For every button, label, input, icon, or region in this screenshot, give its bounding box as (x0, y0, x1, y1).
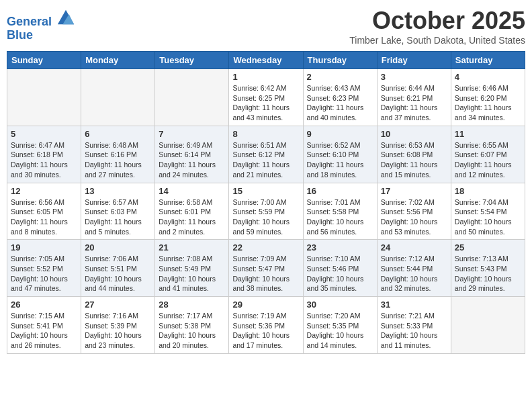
day-info: Sunrise: 7:02 AMSunset: 5:56 PMDaylight:… (381, 197, 447, 237)
day-info: Sunrise: 7:00 AMSunset: 5:59 PMDaylight:… (232, 197, 299, 237)
weekday-header-saturday: Saturday (451, 52, 525, 69)
weekday-header-monday: Monday (81, 52, 155, 69)
day-number: 24 (381, 242, 447, 253)
day-number: 25 (455, 242, 521, 253)
day-info: Sunrise: 7:17 AMSunset: 5:38 PMDaylight:… (159, 311, 225, 351)
calendar-cell: 7Sunrise: 6:49 AMSunset: 6:14 PMDaylight… (155, 126, 229, 183)
calendar-cell: 5Sunrise: 6:47 AMSunset: 6:18 PMDaylight… (7, 126, 81, 183)
page-header: General Blue October 2025 Timber Lake, S… (7, 7, 525, 46)
day-number: 27 (85, 300, 151, 310)
calendar-week-1: 1Sunrise: 6:42 AMSunset: 6:25 PMDaylight… (7, 69, 525, 126)
day-info: Sunrise: 6:43 AMSunset: 6:23 PMDaylight:… (307, 83, 373, 123)
calendar-cell: 10Sunrise: 6:53 AMSunset: 6:08 PMDayligh… (377, 126, 451, 183)
weekday-header-sunday: Sunday (7, 52, 81, 69)
calendar-week-4: 19Sunrise: 7:05 AMSunset: 5:52 PMDayligh… (7, 240, 525, 297)
calendar-cell (155, 69, 229, 126)
calendar-cell: 8Sunrise: 6:51 AMSunset: 6:12 PMDaylight… (229, 126, 303, 183)
day-info: Sunrise: 7:21 AMSunset: 5:33 PMDaylight:… (381, 311, 447, 351)
calendar-week-5: 26Sunrise: 7:15 AMSunset: 5:41 PMDayligh… (7, 297, 525, 354)
day-info: Sunrise: 6:47 AMSunset: 6:18 PMDaylight:… (11, 140, 77, 180)
day-number: 12 (11, 186, 77, 196)
calendar-cell: 21Sunrise: 7:08 AMSunset: 5:49 PMDayligh… (155, 240, 229, 297)
day-info: Sunrise: 6:53 AMSunset: 6:08 PMDaylight:… (381, 140, 447, 180)
day-info: Sunrise: 6:49 AMSunset: 6:14 PMDaylight:… (159, 140, 225, 180)
day-number: 4 (455, 72, 521, 82)
calendar-cell: 23Sunrise: 7:10 AMSunset: 5:46 PMDayligh… (303, 240, 377, 297)
calendar-cell: 20Sunrise: 7:06 AMSunset: 5:51 PMDayligh… (81, 240, 155, 297)
day-info: Sunrise: 6:56 AMSunset: 6:05 PMDaylight:… (11, 197, 77, 237)
location: Timber Lake, South Dakota, United States (349, 35, 525, 46)
day-number: 7 (159, 129, 225, 139)
day-info: Sunrise: 7:10 AMSunset: 5:46 PMDaylight:… (307, 254, 373, 293)
calendar-cell: 27Sunrise: 7:16 AMSunset: 5:39 PMDayligh… (81, 297, 155, 354)
day-info: Sunrise: 6:44 AMSunset: 6:21 PMDaylight:… (381, 83, 447, 123)
day-info: Sunrise: 6:52 AMSunset: 6:10 PMDaylight:… (307, 140, 373, 180)
calendar-cell: 29Sunrise: 7:19 AMSunset: 5:36 PMDayligh… (229, 297, 303, 354)
calendar-cell (451, 297, 525, 354)
day-number: 13 (85, 186, 151, 196)
weekday-header-row: SundayMondayTuesdayWednesdayThursdayFrid… (7, 52, 525, 69)
calendar-cell: 4Sunrise: 6:46 AMSunset: 6:20 PMDaylight… (451, 69, 525, 126)
calendar-cell: 31Sunrise: 7:21 AMSunset: 5:33 PMDayligh… (377, 297, 451, 354)
day-info: Sunrise: 6:55 AMSunset: 6:07 PMDaylight:… (455, 140, 521, 180)
day-number: 16 (307, 186, 373, 196)
day-info: Sunrise: 7:01 AMSunset: 5:58 PMDaylight:… (307, 197, 373, 237)
day-number: 28 (159, 300, 225, 310)
calendar-cell: 11Sunrise: 6:55 AMSunset: 6:07 PMDayligh… (451, 126, 525, 183)
calendar-cell (7, 69, 81, 126)
day-info: Sunrise: 6:42 AMSunset: 6:25 PMDaylight:… (232, 83, 299, 123)
logo: General Blue (7, 7, 75, 42)
calendar-cell: 13Sunrise: 6:57 AMSunset: 6:03 PMDayligh… (81, 183, 155, 240)
calendar-cell: 19Sunrise: 7:05 AMSunset: 5:52 PMDayligh… (7, 240, 81, 297)
title-section: October 2025 Timber Lake, South Dakota, … (349, 7, 525, 46)
calendar-cell: 16Sunrise: 7:01 AMSunset: 5:58 PMDayligh… (303, 183, 377, 240)
weekday-header-friday: Friday (377, 52, 451, 69)
day-number: 10 (381, 129, 447, 139)
weekday-header-thursday: Thursday (303, 52, 377, 69)
day-number: 3 (381, 72, 447, 82)
calendar-cell: 17Sunrise: 7:02 AMSunset: 5:56 PMDayligh… (377, 183, 451, 240)
logo-blue: Blue (7, 28, 33, 42)
calendar-cell: 3Sunrise: 6:44 AMSunset: 6:21 PMDaylight… (377, 69, 451, 126)
day-number: 21 (159, 242, 225, 253)
day-number: 8 (232, 129, 299, 139)
calendar-cell: 26Sunrise: 7:15 AMSunset: 5:41 PMDayligh… (7, 297, 81, 354)
day-info: Sunrise: 7:09 AMSunset: 5:47 PMDaylight:… (232, 254, 299, 293)
logo-text: General Blue (7, 7, 75, 42)
calendar-cell: 1Sunrise: 6:42 AMSunset: 6:25 PMDaylight… (229, 69, 303, 126)
day-number: 2 (307, 72, 373, 82)
day-number: 15 (232, 186, 299, 196)
day-info: Sunrise: 7:13 AMSunset: 5:43 PMDaylight:… (455, 254, 521, 293)
day-number: 6 (85, 129, 151, 139)
day-info: Sunrise: 6:57 AMSunset: 6:03 PMDaylight:… (85, 197, 151, 237)
day-info: Sunrise: 6:46 AMSunset: 6:20 PMDaylight:… (455, 83, 521, 123)
day-info: Sunrise: 7:20 AMSunset: 5:35 PMDaylight:… (307, 311, 373, 351)
calendar-cell: 18Sunrise: 7:04 AMSunset: 5:54 PMDayligh… (451, 183, 525, 240)
day-info: Sunrise: 7:15 AMSunset: 5:41 PMDaylight:… (11, 311, 77, 351)
day-number: 23 (307, 242, 373, 253)
day-number: 1 (232, 72, 299, 82)
calendar-cell: 15Sunrise: 7:00 AMSunset: 5:59 PMDayligh… (229, 183, 303, 240)
day-number: 18 (455, 186, 521, 196)
logo-icon (56, 7, 75, 26)
day-info: Sunrise: 7:06 AMSunset: 5:51 PMDaylight:… (85, 254, 151, 293)
month-title: October 2025 (349, 7, 525, 35)
calendar-cell: 6Sunrise: 6:48 AMSunset: 6:16 PMDaylight… (81, 126, 155, 183)
weekday-header-tuesday: Tuesday (155, 52, 229, 69)
calendar-cell (81, 69, 155, 126)
day-number: 17 (381, 186, 447, 196)
day-info: Sunrise: 7:05 AMSunset: 5:52 PMDaylight:… (11, 254, 77, 293)
calendar-week-3: 12Sunrise: 6:56 AMSunset: 6:05 PMDayligh… (7, 183, 525, 240)
day-number: 31 (381, 300, 447, 310)
day-info: Sunrise: 6:58 AMSunset: 6:01 PMDaylight:… (159, 197, 225, 237)
calendar-cell: 9Sunrise: 6:52 AMSunset: 6:10 PMDaylight… (303, 126, 377, 183)
day-number: 26 (11, 300, 77, 310)
logo-general: General (7, 15, 52, 28)
day-info: Sunrise: 7:16 AMSunset: 5:39 PMDaylight:… (85, 311, 151, 351)
day-number: 5 (11, 129, 77, 139)
day-info: Sunrise: 7:19 AMSunset: 5:36 PMDaylight:… (232, 311, 299, 351)
day-info: Sunrise: 7:08 AMSunset: 5:49 PMDaylight:… (159, 254, 225, 293)
calendar-cell: 24Sunrise: 7:12 AMSunset: 5:44 PMDayligh… (377, 240, 451, 297)
day-number: 22 (232, 242, 299, 253)
calendar: SundayMondayTuesdayWednesdayThursdayFrid… (7, 51, 525, 354)
